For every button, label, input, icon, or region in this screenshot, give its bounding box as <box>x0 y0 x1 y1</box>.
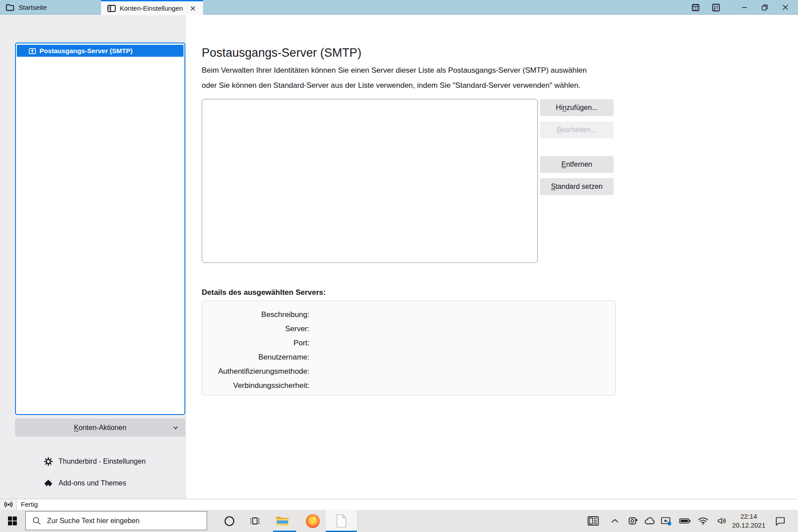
titlebar-spacer <box>726 7 734 8</box>
description-line2: oder Sie können den Standard-Server aus … <box>202 81 580 90</box>
device-icon[interactable] <box>626 510 640 532</box>
battery-icon[interactable] <box>679 510 691 532</box>
file-explorer-icon[interactable] <box>269 510 296 532</box>
detail-label-verbindungssicherheit: Verbindungssicherheit: <box>202 381 309 395</box>
detail-row: Benutzername: <box>202 353 615 367</box>
close-icon[interactable] <box>775 0 795 15</box>
smtp-outbox-icon <box>28 47 36 55</box>
start-button[interactable] <box>0 510 25 532</box>
detail-row: Server: <box>202 325 615 339</box>
cloud-icon[interactable] <box>643 510 656 532</box>
restore-icon[interactable] <box>755 0 775 15</box>
calendar-icon[interactable] <box>685 0 706 15</box>
remove-button[interactable]: Entfernen <box>540 156 614 173</box>
footer-item-label: Add-ons und Themes <box>59 479 126 487</box>
titlebar-controls <box>685 0 795 15</box>
detail-row: Authentifizierungsmethode: <box>202 367 615 381</box>
taskbar: Zur Suche Text hier eingeben <box>0 510 798 532</box>
detail-label-server: Server: <box>202 325 309 339</box>
volume-icon[interactable] <box>716 510 729 532</box>
detail-label-benutzername: Benutzername: <box>202 353 309 367</box>
minimize-icon[interactable] <box>734 0 755 15</box>
thunderbird-settings-item[interactable]: Thunderbird - Einstellungen <box>44 455 146 468</box>
tasks-icon[interactable] <box>706 0 726 15</box>
chevron-up-icon[interactable] <box>609 510 621 532</box>
chevron-down-icon <box>173 426 178 430</box>
clock-date: 20.12.2021 <box>731 521 767 530</box>
search-placeholder: Zur Suche Text hier eingeben <box>47 517 140 525</box>
cortana-icon[interactable] <box>217 510 242 532</box>
set-default-button[interactable]: Standard setzen <box>540 178 614 195</box>
document-icon[interactable] <box>326 510 357 532</box>
detail-label-authentifizierungsmethode: Authentifizierungsmethode: <box>202 367 309 381</box>
status-bar: Fertig <box>0 499 798 510</box>
description-line1: Beim Verwalten Ihrer Identitäten können … <box>202 66 587 75</box>
clock-time: 22:14 <box>731 512 767 521</box>
gear-icon <box>44 457 53 466</box>
tab-startseite[interactable]: Startseite <box>0 0 101 15</box>
details-heading: Details des ausgewählten Servers: <box>202 288 326 297</box>
accounts-tree: Postausgangs-Server (SMTP) <box>15 43 185 415</box>
tab-konten-einstellungen[interactable]: Konten-Einstellungen <box>101 0 203 15</box>
tab-label: Konten-Einstellungen <box>120 4 183 12</box>
detail-row: Beschreibung: <box>202 310 615 325</box>
sidebar-item-smtp[interactable]: Postausgangs-Server (SMTP) <box>17 45 184 57</box>
task-view-icon[interactable] <box>243 510 267 532</box>
status-text: Fertig <box>21 501 38 508</box>
tab-close-icon[interactable] <box>188 4 198 13</box>
addons-themes-item[interactable]: Add-ons und Themes <box>44 477 126 489</box>
titlebar: Startseite Konten-Einstellungen <box>0 0 798 15</box>
tab-label: Startseite <box>19 4 47 11</box>
cast-icon[interactable] <box>660 510 673 532</box>
puzzle-icon <box>44 479 53 488</box>
smtp-server-list[interactable] <box>202 99 538 263</box>
news-icon[interactable] <box>587 510 599 532</box>
taskbar-clock[interactable]: 22:14 20.12.2021 <box>731 510 767 532</box>
detail-row: Port: <box>202 339 615 353</box>
sidebar-item-label: Postausgangs-Server (SMTP) <box>39 47 133 55</box>
windows-logo-icon <box>8 516 17 525</box>
details-panel: Beschreibung: Server: Port: Benutzername… <box>202 301 616 395</box>
edit-button: Bearbeiten... <box>540 121 614 138</box>
page-title: Postausgangs-Server (SMTP) <box>202 46 361 60</box>
add-button[interactable]: Hinzufügen... <box>540 99 614 116</box>
detail-label-beschreibung: Beschreibung: <box>202 310 309 325</box>
taskbar-search-input[interactable]: Zur Suche Text hier eingeben <box>25 511 207 530</box>
wifi-icon[interactable] <box>697 510 709 532</box>
broadcast-icon <box>0 499 17 510</box>
detail-label-port: Port: <box>202 339 309 353</box>
konten-aktionen-button[interactable]: Konten-Aktionen <box>15 419 185 437</box>
detail-row: Verbindungssicherheit: <box>202 381 615 395</box>
action-center-icon[interactable] <box>774 510 787 532</box>
accounts-sidebar: Postausgangs-Server (SMTP) Konten-Aktion… <box>0 15 186 499</box>
search-icon <box>32 516 41 525</box>
firefox-icon[interactable] <box>299 510 326 532</box>
footer-item-label: Thunderbird - Einstellungen <box>59 458 146 466</box>
folder-icon <box>6 4 14 11</box>
account-settings-icon <box>107 5 116 12</box>
